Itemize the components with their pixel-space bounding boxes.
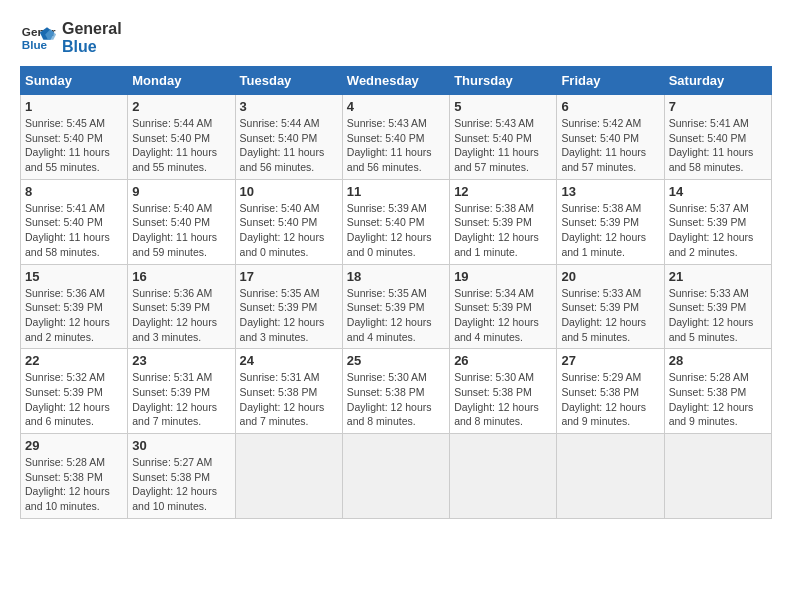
header-monday: Monday	[128, 67, 235, 95]
day-detail: Sunrise: 5:43 AM Sunset: 5:40 PM Dayligh…	[347, 116, 445, 175]
day-detail: Sunrise: 5:40 AM Sunset: 5:40 PM Dayligh…	[132, 201, 230, 260]
calendar-cell: 22Sunrise: 5:32 AM Sunset: 5:39 PM Dayli…	[21, 349, 128, 434]
day-detail: Sunrise: 5:35 AM Sunset: 5:39 PM Dayligh…	[347, 286, 445, 345]
day-number: 7	[669, 99, 767, 114]
calendar-cell: 17Sunrise: 5:35 AM Sunset: 5:39 PM Dayli…	[235, 264, 342, 349]
calendar-cell: 6Sunrise: 5:42 AM Sunset: 5:40 PM Daylig…	[557, 95, 664, 180]
calendar-cell: 28Sunrise: 5:28 AM Sunset: 5:38 PM Dayli…	[664, 349, 771, 434]
calendar-cell: 18Sunrise: 5:35 AM Sunset: 5:39 PM Dayli…	[342, 264, 449, 349]
calendar-cell: 30Sunrise: 5:27 AM Sunset: 5:38 PM Dayli…	[128, 434, 235, 519]
day-detail: Sunrise: 5:40 AM Sunset: 5:40 PM Dayligh…	[240, 201, 338, 260]
day-number: 19	[454, 269, 552, 284]
week-row-1: 1Sunrise: 5:45 AM Sunset: 5:40 PM Daylig…	[21, 95, 772, 180]
logo-icon: General Blue	[20, 20, 56, 56]
day-number: 18	[347, 269, 445, 284]
calendar-cell	[235, 434, 342, 519]
day-detail: Sunrise: 5:39 AM Sunset: 5:40 PM Dayligh…	[347, 201, 445, 260]
calendar-header-row: SundayMondayTuesdayWednesdayThursdayFrid…	[21, 67, 772, 95]
day-number: 30	[132, 438, 230, 453]
calendar-cell: 12Sunrise: 5:38 AM Sunset: 5:39 PM Dayli…	[450, 179, 557, 264]
day-detail: Sunrise: 5:38 AM Sunset: 5:39 PM Dayligh…	[454, 201, 552, 260]
calendar-cell: 16Sunrise: 5:36 AM Sunset: 5:39 PM Dayli…	[128, 264, 235, 349]
day-number: 12	[454, 184, 552, 199]
day-number: 29	[25, 438, 123, 453]
week-row-4: 22Sunrise: 5:32 AM Sunset: 5:39 PM Dayli…	[21, 349, 772, 434]
day-detail: Sunrise: 5:28 AM Sunset: 5:38 PM Dayligh…	[25, 455, 123, 514]
calendar-cell: 13Sunrise: 5:38 AM Sunset: 5:39 PM Dayli…	[557, 179, 664, 264]
header-sunday: Sunday	[21, 67, 128, 95]
page-header: General Blue General Blue	[20, 20, 772, 56]
calendar-cell: 5Sunrise: 5:43 AM Sunset: 5:40 PM Daylig…	[450, 95, 557, 180]
day-detail: Sunrise: 5:33 AM Sunset: 5:39 PM Dayligh…	[669, 286, 767, 345]
day-detail: Sunrise: 5:30 AM Sunset: 5:38 PM Dayligh…	[347, 370, 445, 429]
calendar-table: SundayMondayTuesdayWednesdayThursdayFrid…	[20, 66, 772, 519]
day-number: 10	[240, 184, 338, 199]
day-number: 21	[669, 269, 767, 284]
day-number: 22	[25, 353, 123, 368]
calendar-cell: 27Sunrise: 5:29 AM Sunset: 5:38 PM Dayli…	[557, 349, 664, 434]
calendar-cell: 2Sunrise: 5:44 AM Sunset: 5:40 PM Daylig…	[128, 95, 235, 180]
calendar-cell: 10Sunrise: 5:40 AM Sunset: 5:40 PM Dayli…	[235, 179, 342, 264]
day-number: 28	[669, 353, 767, 368]
day-number: 1	[25, 99, 123, 114]
day-detail: Sunrise: 5:36 AM Sunset: 5:39 PM Dayligh…	[132, 286, 230, 345]
day-number: 9	[132, 184, 230, 199]
calendar-cell: 24Sunrise: 5:31 AM Sunset: 5:38 PM Dayli…	[235, 349, 342, 434]
day-detail: Sunrise: 5:45 AM Sunset: 5:40 PM Dayligh…	[25, 116, 123, 175]
calendar-cell: 20Sunrise: 5:33 AM Sunset: 5:39 PM Dayli…	[557, 264, 664, 349]
header-wednesday: Wednesday	[342, 67, 449, 95]
calendar-cell: 8Sunrise: 5:41 AM Sunset: 5:40 PM Daylig…	[21, 179, 128, 264]
day-number: 6	[561, 99, 659, 114]
day-number: 20	[561, 269, 659, 284]
day-detail: Sunrise: 5:29 AM Sunset: 5:38 PM Dayligh…	[561, 370, 659, 429]
day-detail: Sunrise: 5:44 AM Sunset: 5:40 PM Dayligh…	[240, 116, 338, 175]
calendar-cell: 23Sunrise: 5:31 AM Sunset: 5:39 PM Dayli…	[128, 349, 235, 434]
calendar-cell: 25Sunrise: 5:30 AM Sunset: 5:38 PM Dayli…	[342, 349, 449, 434]
day-number: 14	[669, 184, 767, 199]
calendar-cell: 11Sunrise: 5:39 AM Sunset: 5:40 PM Dayli…	[342, 179, 449, 264]
calendar-cell: 3Sunrise: 5:44 AM Sunset: 5:40 PM Daylig…	[235, 95, 342, 180]
day-detail: Sunrise: 5:28 AM Sunset: 5:38 PM Dayligh…	[669, 370, 767, 429]
week-row-2: 8Sunrise: 5:41 AM Sunset: 5:40 PM Daylig…	[21, 179, 772, 264]
day-number: 17	[240, 269, 338, 284]
day-detail: Sunrise: 5:34 AM Sunset: 5:39 PM Dayligh…	[454, 286, 552, 345]
calendar-cell	[664, 434, 771, 519]
calendar-cell	[557, 434, 664, 519]
day-number: 8	[25, 184, 123, 199]
header-tuesday: Tuesday	[235, 67, 342, 95]
day-detail: Sunrise: 5:30 AM Sunset: 5:38 PM Dayligh…	[454, 370, 552, 429]
day-detail: Sunrise: 5:31 AM Sunset: 5:38 PM Dayligh…	[240, 370, 338, 429]
header-saturday: Saturday	[664, 67, 771, 95]
header-friday: Friday	[557, 67, 664, 95]
header-thursday: Thursday	[450, 67, 557, 95]
day-number: 2	[132, 99, 230, 114]
day-detail: Sunrise: 5:41 AM Sunset: 5:40 PM Dayligh…	[669, 116, 767, 175]
day-detail: Sunrise: 5:31 AM Sunset: 5:39 PM Dayligh…	[132, 370, 230, 429]
calendar-cell: 14Sunrise: 5:37 AM Sunset: 5:39 PM Dayli…	[664, 179, 771, 264]
calendar-cell	[342, 434, 449, 519]
logo: General Blue General Blue	[20, 20, 122, 56]
day-detail: Sunrise: 5:38 AM Sunset: 5:39 PM Dayligh…	[561, 201, 659, 260]
day-detail: Sunrise: 5:36 AM Sunset: 5:39 PM Dayligh…	[25, 286, 123, 345]
day-number: 4	[347, 99, 445, 114]
day-number: 23	[132, 353, 230, 368]
day-number: 24	[240, 353, 338, 368]
calendar-cell	[450, 434, 557, 519]
day-number: 15	[25, 269, 123, 284]
calendar-cell: 26Sunrise: 5:30 AM Sunset: 5:38 PM Dayli…	[450, 349, 557, 434]
week-row-3: 15Sunrise: 5:36 AM Sunset: 5:39 PM Dayli…	[21, 264, 772, 349]
calendar-cell: 9Sunrise: 5:40 AM Sunset: 5:40 PM Daylig…	[128, 179, 235, 264]
day-number: 13	[561, 184, 659, 199]
day-detail: Sunrise: 5:33 AM Sunset: 5:39 PM Dayligh…	[561, 286, 659, 345]
calendar-cell: 1Sunrise: 5:45 AM Sunset: 5:40 PM Daylig…	[21, 95, 128, 180]
day-number: 27	[561, 353, 659, 368]
day-number: 5	[454, 99, 552, 114]
calendar-cell: 4Sunrise: 5:43 AM Sunset: 5:40 PM Daylig…	[342, 95, 449, 180]
day-number: 3	[240, 99, 338, 114]
logo-line1: General	[62, 20, 122, 38]
day-detail: Sunrise: 5:35 AM Sunset: 5:39 PM Dayligh…	[240, 286, 338, 345]
week-row-5: 29Sunrise: 5:28 AM Sunset: 5:38 PM Dayli…	[21, 434, 772, 519]
calendar-cell: 7Sunrise: 5:41 AM Sunset: 5:40 PM Daylig…	[664, 95, 771, 180]
calendar-cell: 21Sunrise: 5:33 AM Sunset: 5:39 PM Dayli…	[664, 264, 771, 349]
day-number: 25	[347, 353, 445, 368]
